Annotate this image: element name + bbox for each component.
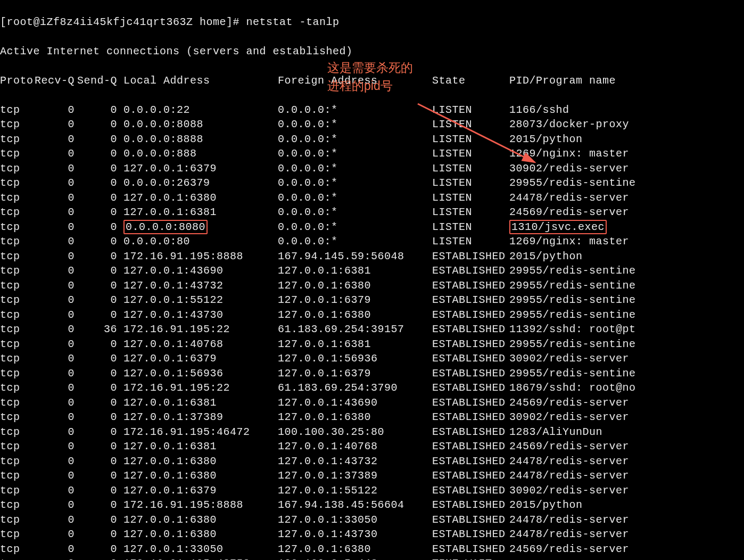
cell-foreign: 100.100.0.5:443 xyxy=(278,556,432,560)
table-row: tcp00 172.16.91.195:8888167.94.145.59:56… xyxy=(0,249,744,264)
table-row: tcp036 172.16.91.195:2261.183.69.254:391… xyxy=(0,322,744,337)
cell-state: ESTABLISHED xyxy=(432,381,509,396)
cell-sendq: 0 xyxy=(75,293,117,308)
cell-proto: tcp xyxy=(0,278,32,293)
cell-state: ESTABLISHED xyxy=(432,410,509,425)
cell-state: ESTABLISHED xyxy=(432,278,509,293)
cell-local: 172.16.91.195:22 xyxy=(123,381,278,396)
cell-pid: 24569/redis-server xyxy=(509,396,629,410)
table-row: tcp00 0.0.0.0:800.0.0.0:*LISTEN1269/ngin… xyxy=(0,234,744,249)
cell-foreign: 0.0.0.0:* xyxy=(278,191,432,205)
cell-local: 127.0.0.1:6380 xyxy=(123,468,278,483)
cell-pid: 24478/redis-server xyxy=(509,191,629,205)
cell-local: 127.0.0.1:6379 xyxy=(123,351,278,366)
cell-proto: tcp xyxy=(0,249,32,264)
table-row: tcp00 127.0.0.1:55122127.0.0.1:6379ESTAB… xyxy=(0,293,744,308)
cell-recvq: 0 xyxy=(32,454,75,469)
cell-state: ESTABLISHED xyxy=(432,366,509,381)
cell-local: 0.0.0.0:22 xyxy=(123,103,278,118)
table-row: tcp00 172.16.91.195:46472100.100.30.25:8… xyxy=(0,425,744,440)
cell-state: ESTABLISHED xyxy=(432,263,509,278)
cell-proto: tcp xyxy=(0,498,32,513)
cell-foreign: 127.0.0.1:6381 xyxy=(278,263,432,278)
table-row: tcp00 127.0.0.1:6379127.0.0.1:55122ESTAB… xyxy=(0,483,744,498)
cell-pid: 30902/redis-server xyxy=(509,351,629,366)
cell-recvq: 0 xyxy=(32,191,75,205)
cell-pid: 2015/python xyxy=(509,498,583,513)
cell-sendq: 0 xyxy=(75,103,117,118)
cell-sendq: 0 xyxy=(75,483,117,498)
cell-sendq: 0 xyxy=(75,176,117,191)
col-state: State xyxy=(432,73,509,88)
cell-local: 127.0.0.1:55122 xyxy=(123,293,278,308)
table-row: tcp00 0.0.0.0:80880.0.0.0:*LISTEN28073/d… xyxy=(0,117,744,132)
cell-local: 127.0.0.1:6379 xyxy=(123,161,278,176)
cell-state: ESTABLISHED xyxy=(432,337,509,352)
cell-state: ESTABLISHED xyxy=(432,483,509,498)
cell-pid: 28073/docker-proxy xyxy=(509,117,629,132)
cell-sendq: 0 xyxy=(75,132,117,147)
table-row: tcp00 127.0.0.1:63800.0.0.0:*LISTEN24478… xyxy=(0,191,744,205)
cell-foreign: 167.94.145.59:56048 xyxy=(278,249,432,264)
cell-recvq: 0 xyxy=(32,468,75,483)
cell-foreign: 0.0.0.0:* xyxy=(278,176,432,191)
cell-sendq: 0 xyxy=(75,468,117,483)
terminal-output[interactable]: [root@iZf8z4ii45kfjc41qrt363Z home]# net… xyxy=(0,0,744,560)
cell-pid: 29955/redis-sentine xyxy=(509,337,636,352)
cell-foreign: 61.183.69.254:39157 xyxy=(278,322,432,337)
cell-recvq: 0 xyxy=(32,556,75,560)
cell-foreign: 127.0.0.1:56936 xyxy=(278,351,432,366)
table-row: tcp00 127.0.0.1:6380127.0.0.1:43732ESTAB… xyxy=(0,454,744,469)
cell-sendq: 0 xyxy=(75,542,117,557)
cell-local: 127.0.0.1:43732 xyxy=(123,278,278,293)
cell-local: 172.16.91.195:42758 xyxy=(123,556,278,560)
cell-foreign: 0.0.0.0:* xyxy=(278,234,432,249)
cell-local: 127.0.0.1:6381 xyxy=(123,205,278,220)
cell-recvq: 0 xyxy=(32,542,75,557)
cell-proto: tcp xyxy=(0,396,32,410)
output-header: Active Internet connections (servers and… xyxy=(0,44,744,59)
cell-local: 127.0.0.1:43730 xyxy=(123,308,278,323)
table-row: tcp00 127.0.0.1:56936127.0.0.1:6379ESTAB… xyxy=(0,366,744,381)
cell-foreign: 127.0.0.1:6381 xyxy=(278,337,432,352)
cell-recvq: 0 xyxy=(32,249,75,264)
cell-local: 127.0.0.1:6381 xyxy=(123,439,278,454)
cell-sendq: 0 xyxy=(75,381,117,396)
cell-foreign: 127.0.0.1:6379 xyxy=(278,293,432,308)
cell-sendq: 0 xyxy=(75,513,117,528)
cell-sendq: 0 xyxy=(75,308,117,323)
cell-local: 127.0.0.1:37389 xyxy=(123,410,278,425)
table-row: tcp00 127.0.0.1:33050127.0.0.1:6380ESTAB… xyxy=(0,542,744,557)
cell-recvq: 0 xyxy=(32,366,75,381)
cell-proto: tcp xyxy=(0,425,32,440)
cell-sendq: 0 xyxy=(75,234,117,249)
cell-recvq: 0 xyxy=(32,513,75,528)
cell-proto: tcp xyxy=(0,176,32,191)
cell-state: ESTABLISHED xyxy=(432,308,509,323)
cell-sendq: 0 xyxy=(75,161,117,176)
cell-pid: 29955/redis-sentine xyxy=(509,263,636,278)
cell-pid: 1269/nginx: master xyxy=(509,146,629,161)
cell-proto: tcp xyxy=(0,439,32,454)
table-row: tcp00 0.0.0.0:220.0.0.0:*LISTEN1166/sshd xyxy=(0,103,744,118)
col-pid: PID/Program name xyxy=(509,73,616,88)
cell-pid: 24478/redis-server xyxy=(509,513,629,528)
cell-sendq: 0 xyxy=(75,351,117,366)
cell-state: LISTEN xyxy=(432,205,509,220)
cell-recvq: 0 xyxy=(32,220,75,235)
cell-sendq: 0 xyxy=(75,146,117,161)
cell-proto: tcp xyxy=(0,263,32,278)
cell-state: ESTABLISHED xyxy=(432,439,509,454)
cell-pid: 29955/redis-sentine xyxy=(509,293,636,308)
cell-local: 127.0.0.1:6380 xyxy=(123,513,278,528)
table-row: tcp00 127.0.0.1:6379127.0.0.1:56936ESTAB… xyxy=(0,351,744,366)
cell-local: 172.16.91.195:46472 xyxy=(123,425,278,440)
cell-recvq: 0 xyxy=(32,410,75,425)
table-row: tcp00 127.0.0.1:6380127.0.0.1:43730ESTAB… xyxy=(0,527,744,542)
table-row: tcp00 127.0.0.1:6380127.0.0.1:33050ESTAB… xyxy=(0,513,744,528)
cell-pid: 24478/redis-server xyxy=(509,468,629,483)
cell-pid: - xyxy=(509,556,516,560)
cell-foreign: 127.0.0.1:43732 xyxy=(278,454,432,469)
cell-recvq: 0 xyxy=(32,483,75,498)
table-row: tcp00 127.0.0.1:37389127.0.0.1:6380ESTAB… xyxy=(0,410,744,425)
